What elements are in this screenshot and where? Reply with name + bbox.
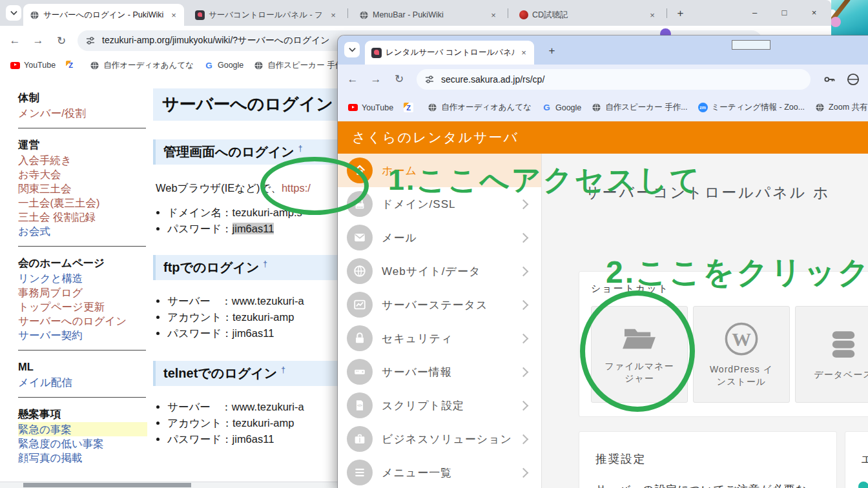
chevron-down-icon xyxy=(349,47,356,52)
menu-item-server-status[interactable]: サーバーステータス xyxy=(338,288,541,321)
sidebar-link[interactable]: メンバー/役割 xyxy=(18,106,147,120)
sidebar-link[interactable]: サーバーへのログイン xyxy=(18,314,147,328)
sidebar-heading: 体制 xyxy=(18,90,147,106)
bookmark-audio-antenna[interactable]: 自作オーディオあんてな xyxy=(428,102,532,113)
sidebar-link[interactable]: トップページ更新 xyxy=(18,300,147,314)
menu-item-label: ホーム xyxy=(382,163,417,178)
bookmark-speaker[interactable]: 自作スピーカー 手作... xyxy=(592,102,687,113)
chevron-right-icon xyxy=(519,434,529,444)
tab-close-icon[interactable]: × xyxy=(647,10,657,20)
back-button[interactable]: ← xyxy=(344,71,361,88)
sidebar-link[interactable]: サーバー契約 xyxy=(18,328,147,342)
globe-favicon-icon xyxy=(30,10,39,20)
control-panel-main: サーバーコントロールパネル ホ ショートカット ファイルマネージャー W Wor… xyxy=(542,154,868,488)
menu-item-home[interactable]: ホーム xyxy=(338,154,541,187)
password-key-icon[interactable] xyxy=(822,72,836,86)
bookmark-ez[interactable]: Z xyxy=(404,103,417,112)
menu-item-domain-ssl[interactable]: www ドメイン/SSL xyxy=(338,187,541,221)
tile-label: ファイルマネージャー xyxy=(603,360,676,385)
tab-close-icon[interactable]: × xyxy=(169,10,179,20)
bookmark-speaker[interactable]: 自作スピーカー 手作... xyxy=(254,60,349,71)
sidebar-link[interactable]: 一土会(裏三土会) xyxy=(18,196,147,210)
sidebar-link[interactable]: 事務局ブログ xyxy=(18,285,147,300)
mail-icon xyxy=(347,225,373,250)
globe-icon xyxy=(815,103,825,112)
sidebar-link[interactable]: 緊急度の低い事案 xyxy=(18,436,147,451)
tab-search-button[interactable] xyxy=(6,5,21,21)
shortcut-tiles: ファイルマネージャー W WordPress インストール データベース xyxy=(591,306,868,403)
close-button[interactable]: × xyxy=(800,0,829,25)
menu-item-mail[interactable]: メール xyxy=(338,221,541,254)
tab-menubar-pukiwiki[interactable]: MenuBar - PukiWiki × xyxy=(353,4,504,26)
menu-item-business-solution[interactable]: ビジネスソリューション xyxy=(338,422,541,456)
brand-title: さくらのレンタルサーバ xyxy=(338,128,519,147)
sakura-header: さくらのレンタルサーバ xyxy=(338,121,868,154)
sidebar-heading: 懸案事項 xyxy=(18,406,147,422)
sidebar-link[interactable]: 入会手続き xyxy=(18,153,147,167)
new-tab-button[interactable]: + xyxy=(672,5,689,22)
ez-icon: Z xyxy=(404,103,413,112)
sidebar-heading: ML xyxy=(18,359,147,375)
forward-button[interactable]: → xyxy=(30,32,46,49)
minimize-button[interactable]: – xyxy=(740,0,769,25)
sidebar-link[interactable]: お会式 xyxy=(18,224,147,238)
new-tab-button[interactable]: + xyxy=(543,42,561,59)
chevron-right-icon xyxy=(519,467,529,478)
globe-favicon-icon xyxy=(359,10,369,20)
tab-close-icon[interactable]: × xyxy=(519,48,529,58)
reload-button[interactable]: ↻ xyxy=(391,71,408,88)
tab-close-icon[interactable]: × xyxy=(488,10,499,20)
tab-pukiwiki-login[interactable]: サーバーへのログイン - PukiWiki × xyxy=(23,4,184,26)
svg-text:www: www xyxy=(356,205,364,208)
sidebar-link-highlighted[interactable]: 緊急の事案 xyxy=(18,422,147,436)
tooltip-fragment xyxy=(732,40,770,50)
bookmark-youtube[interactable]: YouTube xyxy=(348,103,393,112)
maximize-button[interactable]: □ xyxy=(770,0,799,25)
bookmark-ez[interactable]: Z xyxy=(66,61,79,70)
tile-file-manager[interactable]: ファイルマネージャー xyxy=(591,306,688,403)
bookmark-zoom-share[interactable]: Zoom 共有 xyxy=(815,102,867,113)
sidebar-link[interactable]: 三土会 役割記録 xyxy=(18,210,147,224)
reload-button[interactable]: ↻ xyxy=(53,32,70,49)
menu-item-label: セキュリティ xyxy=(382,331,453,346)
divider xyxy=(18,246,146,247)
tab-close-icon[interactable]: × xyxy=(328,10,338,20)
bookmark-audio-antenna[interactable]: 自作オーディオあんてな xyxy=(90,60,194,71)
address-bar[interactable]: secure.sakura.ad.jp/rs/cp/ xyxy=(417,69,811,90)
menu-item-server-info[interactable]: サーバー情報 xyxy=(338,355,541,389)
card-label: エ xyxy=(861,451,868,467)
back-button[interactable]: ← xyxy=(6,32,23,49)
lock-icon xyxy=(347,325,373,351)
menu-item-website-data[interactable]: Webサイト/データ xyxy=(338,254,541,288)
menu-item-security[interactable]: セキュリティ xyxy=(338,321,541,355)
tab-rental-server-cp[interactable]: レンタルサーバ コントロールパネル × xyxy=(365,41,534,65)
sidebar-link[interactable]: 顔写真の掲載 xyxy=(18,451,147,465)
tab-cd-review[interactable]: CD試聴記 × xyxy=(513,4,663,26)
bookmark-google[interactable]: GGoogle xyxy=(542,103,581,112)
tile-wordpress-install[interactable]: W WordPress インストール xyxy=(693,306,790,403)
scrollbar-thumb[interactable] xyxy=(23,483,191,487)
anchor-icon[interactable]: † xyxy=(298,144,303,153)
sidebar-link[interactable]: 関東三土会 xyxy=(18,181,147,196)
tab-search-button[interactable] xyxy=(344,42,360,57)
sidebar-link[interactable]: メイル配信 xyxy=(18,375,147,389)
anchor-icon[interactable]: † xyxy=(281,365,285,374)
extension-icon[interactable] xyxy=(847,73,860,86)
url-text: secure.sakura.ad.jp/rs/cp/ xyxy=(441,74,544,85)
divider xyxy=(18,128,146,128)
menu-item-label: スクリプト設定 xyxy=(382,398,464,413)
divider xyxy=(18,350,146,351)
sidebar-link[interactable]: お寺大会 xyxy=(18,167,147,181)
bookmark-zoom-meeting[interactable]: zmミーティング情報 - Zoo... xyxy=(698,102,805,113)
menu-item-menu-list[interactable]: メニュー一覧 xyxy=(338,456,541,488)
anchor-icon[interactable]: † xyxy=(263,259,267,269)
shortcut-card: ショートカット ファイルマネージャー W WordPress インストール デー… xyxy=(579,271,868,417)
bookmark-youtube[interactable]: YouTube xyxy=(10,61,56,70)
https-link[interactable]: https:/ xyxy=(282,182,311,194)
tile-database[interactable]: データベース xyxy=(795,306,868,403)
forward-button[interactable]: → xyxy=(367,71,384,88)
bookmark-google[interactable]: GGoogle xyxy=(204,61,243,70)
menu-item-script-settings[interactable]: </> スクリプト設定 xyxy=(338,389,541,422)
sidebar-link[interactable]: リンクと構造 xyxy=(18,271,147,285)
tab-control-panel-filemanager[interactable]: サーバコントロールパネル - ファイルマ × xyxy=(189,4,344,26)
